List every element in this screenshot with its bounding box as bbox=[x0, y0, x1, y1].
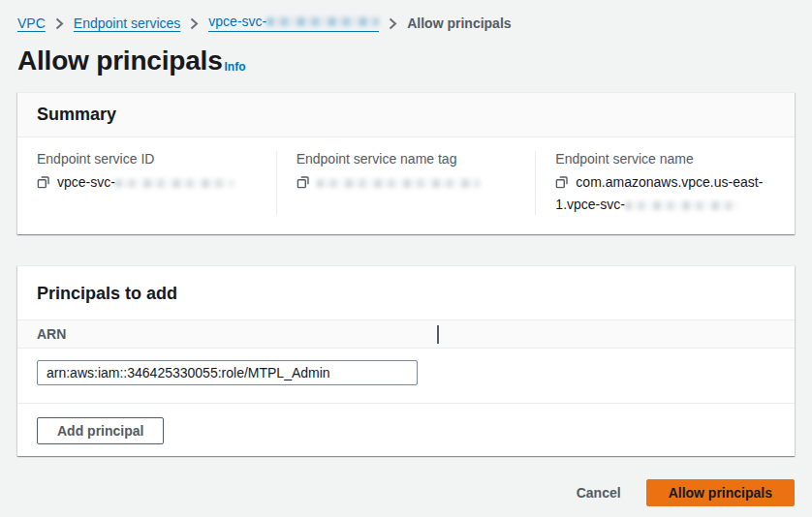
arn-input[interactable] bbox=[37, 360, 418, 385]
summary-body: Endpoint service ID vpce-svc- Endpoint s… bbox=[17, 137, 795, 234]
chevron-right-icon bbox=[190, 17, 199, 30]
copy-icon[interactable] bbox=[297, 174, 310, 195]
breadcrumb-link-vpc[interactable]: VPC bbox=[17, 15, 46, 31]
service-id-prefix: vpce-svc- bbox=[208, 14, 266, 29]
arn-input-row bbox=[17, 349, 795, 404]
page-title: Allow principals bbox=[17, 46, 223, 76]
field-value: com.amazonaws.vpce.us-east-1.vpce-svc- bbox=[555, 172, 775, 215]
field-value bbox=[297, 172, 516, 195]
chevron-right-icon bbox=[55, 17, 64, 30]
summary-field-endpoint-service-name-tag: Endpoint service name tag bbox=[276, 151, 536, 215]
breadcrumb-current: Allow principals bbox=[407, 15, 511, 31]
redacted-value bbox=[317, 179, 480, 188]
field-label: Endpoint service name bbox=[555, 151, 775, 167]
summary-field-endpoint-service-name: Endpoint service name com.amazonaws.vpce… bbox=[535, 151, 795, 215]
field-value: vpce-svc- bbox=[37, 172, 257, 195]
summary-card-header: Summary bbox=[17, 93, 795, 137]
breadcrumb: VPC Endpoint services vpce-svc- Allow pr… bbox=[17, 14, 795, 32]
field-value-prefix: vpce-svc- bbox=[57, 174, 115, 190]
redacted-service-id bbox=[266, 17, 379, 26]
principals-card-header: Principals to add bbox=[17, 266, 795, 319]
copy-icon[interactable] bbox=[37, 174, 50, 195]
summary-field-endpoint-service-id: Endpoint service ID vpce-svc- bbox=[17, 151, 276, 215]
allow-principals-button[interactable]: Allow principals bbox=[646, 479, 795, 506]
breadcrumb-link-endpoint-services[interactable]: Endpoint services bbox=[74, 15, 181, 31]
info-link[interactable]: Info bbox=[225, 60, 246, 76]
summary-card: Summary Endpoint service ID vpce-svc- En… bbox=[17, 92, 795, 234]
cancel-button[interactable]: Cancel bbox=[577, 485, 621, 501]
page-title-row: Allow principals Info bbox=[17, 46, 795, 76]
field-label: Endpoint service name tag bbox=[297, 151, 516, 167]
field-label: Endpoint service ID bbox=[37, 151, 257, 167]
redacted-value bbox=[625, 201, 739, 210]
breadcrumb-link-service-id[interactable]: vpce-svc- bbox=[208, 14, 379, 32]
arn-table-header-row: ARN bbox=[17, 319, 795, 349]
principals-card-footer: Add principal bbox=[17, 404, 795, 456]
column-resize-handle[interactable] bbox=[437, 325, 439, 344]
arn-column-header: ARN bbox=[37, 326, 66, 342]
copy-icon[interactable] bbox=[555, 174, 569, 195]
chevron-right-icon bbox=[389, 17, 397, 30]
form-actions: Cancel Allow principals bbox=[17, 479, 795, 506]
allow-principals-page: VPC Endpoint services vpce-svc- Allow pr… bbox=[0, 0, 812, 506]
principals-to-add-card: Principals to add ARN Add principal bbox=[17, 265, 795, 456]
redacted-value bbox=[115, 179, 234, 188]
add-principal-button[interactable]: Add principal bbox=[37, 417, 164, 444]
summary-title: Summary bbox=[37, 105, 775, 125]
principals-title: Principals to add bbox=[37, 284, 775, 304]
